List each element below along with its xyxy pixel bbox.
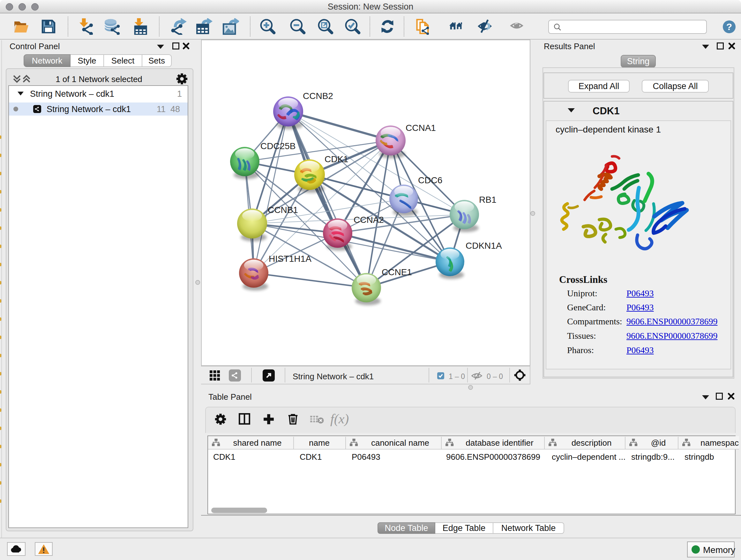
svg-text:CCNB2: CCNB2 (303, 91, 333, 101)
svg-text:HIST1H1A: HIST1H1A (269, 254, 312, 264)
svg-text:CCNA1: CCNA1 (406, 123, 436, 133)
svg-text:CDKN1A: CDKN1A (466, 241, 502, 251)
svg-text:CCNA2: CCNA2 (354, 215, 384, 225)
svg-text:CCNE1: CCNE1 (382, 267, 412, 277)
svg-text:CDC6: CDC6 (418, 175, 442, 185)
svg-text:CCNB1: CCNB1 (268, 205, 298, 215)
svg-text:RB1: RB1 (479, 195, 496, 205)
svg-text:CDC25B: CDC25B (260, 141, 295, 151)
svg-text:CDK1: CDK1 (325, 154, 348, 164)
